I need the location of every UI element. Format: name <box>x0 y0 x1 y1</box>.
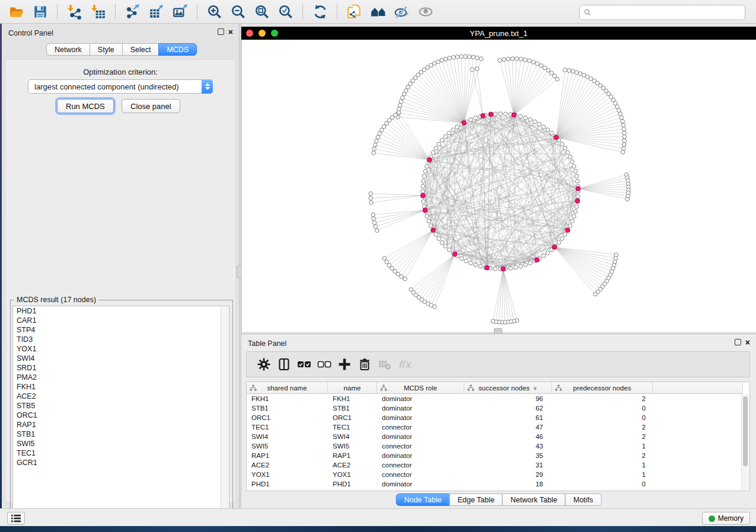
hide-selected-icon[interactable] <box>391 2 413 21</box>
graph-node[interactable] <box>382 257 387 261</box>
table-row[interactable]: TEC1TEC1connector472 <box>247 422 749 432</box>
graph-node[interactable] <box>533 120 537 124</box>
graph-node[interactable] <box>576 180 580 184</box>
cell-successor-nodes[interactable]: 62 <box>464 403 552 413</box>
graph-node[interactable] <box>621 123 626 127</box>
cell-shared-name[interactable]: SWI5 <box>247 441 328 451</box>
graph-node[interactable] <box>568 224 572 228</box>
clone-network-icon[interactable] <box>344 2 365 21</box>
graph-node[interactable] <box>626 197 630 201</box>
float-panel-icon[interactable] <box>218 28 224 35</box>
graph-node[interactable] <box>524 116 528 120</box>
graph-node[interactable] <box>479 57 483 61</box>
column-header-successor-nodes[interactable]: successor nodes∨ <box>464 382 552 394</box>
cell-mcds-role[interactable]: connector <box>377 460 464 470</box>
table-row[interactable]: STB1STB1dominator620 <box>247 403 749 413</box>
graph-node[interactable] <box>620 116 624 120</box>
cell-mcds-role[interactable]: dominator <box>377 479 464 489</box>
export-table-icon[interactable] <box>146 2 167 21</box>
mcds-result-item[interactable]: SWI5 <box>13 439 229 448</box>
graph-node[interactable] <box>398 103 402 107</box>
graph-node[interactable] <box>429 224 433 228</box>
cell-shared-name[interactable]: TEC1 <box>247 422 328 432</box>
graph-node[interactable] <box>531 60 535 65</box>
zoom-fit-icon[interactable] <box>251 2 273 21</box>
graph-node[interactable] <box>623 131 627 135</box>
graph-node[interactable] <box>444 57 448 61</box>
close-table-panel-icon[interactable]: × <box>745 339 750 345</box>
graph-node[interactable] <box>451 56 455 60</box>
cell-predecessor-nodes[interactable]: 0 <box>552 403 653 413</box>
refresh-icon[interactable] <box>310 2 331 21</box>
graph-node[interactable] <box>369 192 373 196</box>
graph-node[interactable] <box>550 71 554 75</box>
import-network-icon[interactable] <box>64 2 85 21</box>
cell-mcds-role[interactable]: dominator <box>377 432 464 441</box>
graph-node[interactable] <box>374 225 378 229</box>
graph-node[interactable] <box>396 273 400 277</box>
graph-node[interactable] <box>369 201 374 205</box>
graph-node[interactable] <box>387 263 391 267</box>
export-image-icon[interactable] <box>170 2 191 21</box>
graph-node[interactable] <box>455 55 460 59</box>
cell-mcds-role[interactable]: connector <box>377 470 464 479</box>
cell-successor-nodes[interactable]: 43 <box>464 441 552 451</box>
cell-name[interactable]: STB1 <box>328 403 377 413</box>
graph-node[interactable] <box>372 151 376 155</box>
graph-node[interactable] <box>436 60 441 64</box>
search-input[interactable] <box>595 6 745 19</box>
graph-node[interactable] <box>427 219 431 223</box>
cell-mcds-role[interactable]: dominator <box>377 413 464 422</box>
mcds-result-item[interactable]: GCR1 <box>13 458 229 467</box>
graph-node-dominator[interactable] <box>552 245 557 249</box>
graph-node-dominator[interactable] <box>512 113 516 117</box>
graph-node[interactable] <box>431 150 435 155</box>
zoom-in-icon[interactable] <box>204 2 225 21</box>
cell-predecessor-nodes[interactable]: 2 <box>552 394 653 403</box>
graph-node[interactable] <box>440 138 444 142</box>
graph-node-dominator[interactable] <box>427 158 432 162</box>
mcds-result-item[interactable]: TID3 <box>13 335 229 344</box>
cell-name[interactable]: SWI5 <box>328 441 377 451</box>
graph-node[interactable] <box>537 122 541 126</box>
cell-shared-name[interactable]: STB1 <box>247 403 328 413</box>
cell-name[interactable]: ACE2 <box>328 460 377 470</box>
graph-node[interactable] <box>563 68 567 72</box>
tab-edge-table[interactable]: Edge Table <box>449 493 503 506</box>
table-row[interactable]: RAP1RAP1dominator352 <box>247 451 749 460</box>
graph-node[interactable] <box>527 59 531 63</box>
task-history-button[interactable] <box>7 512 25 525</box>
graph-node[interactable] <box>542 254 546 258</box>
graph-node[interactable] <box>524 263 528 267</box>
cell-name[interactable]: TEC1 <box>328 422 377 432</box>
cell-name[interactable]: PHD1 <box>328 479 377 489</box>
cell-name[interactable]: RAP1 <box>328 451 377 460</box>
graph-node[interactable] <box>451 128 455 132</box>
first-neighbors-icon[interactable] <box>368 2 389 21</box>
mcds-result-item[interactable]: STP4 <box>13 325 229 335</box>
cell-predecessor-nodes[interactable]: 1 <box>552 470 653 479</box>
cell-shared-name[interactable]: SWI4 <box>247 432 328 441</box>
graph-node[interactable] <box>539 64 543 68</box>
tab-mcds[interactable]: MCDS <box>158 43 197 56</box>
tab-style[interactable]: Style <box>90 43 123 56</box>
cell-name[interactable]: ORC1 <box>328 413 377 422</box>
graph-node[interactable] <box>575 204 579 209</box>
graph-node[interactable] <box>575 174 579 178</box>
graph-node[interactable] <box>542 125 546 129</box>
cell-mcds-role[interactable]: connector <box>377 422 464 432</box>
mcds-result-list[interactable]: PHD1CAR1STP4TID3YOX1SWI4SRD1PMA2FKH1ACE2… <box>12 306 229 518</box>
graph-node[interactable] <box>622 143 626 147</box>
graph-node[interactable] <box>491 319 495 323</box>
table-row[interactable]: FKH1FKH1dominator962 <box>247 394 749 403</box>
float-table-panel-icon[interactable] <box>735 339 741 345</box>
table-row[interactable]: SWI4SWI4dominator462 <box>247 432 749 441</box>
graph-node[interactable] <box>375 139 379 143</box>
mcds-result-item[interactable]: TEC1 <box>13 448 229 458</box>
export-network-icon[interactable] <box>122 2 143 21</box>
graph-node[interactable] <box>421 190 425 194</box>
graph-node[interactable] <box>576 194 580 198</box>
graph-node[interactable] <box>448 56 452 60</box>
cell-name[interactable]: YOX1 <box>328 470 377 479</box>
add-row-icon[interactable] <box>334 354 355 374</box>
